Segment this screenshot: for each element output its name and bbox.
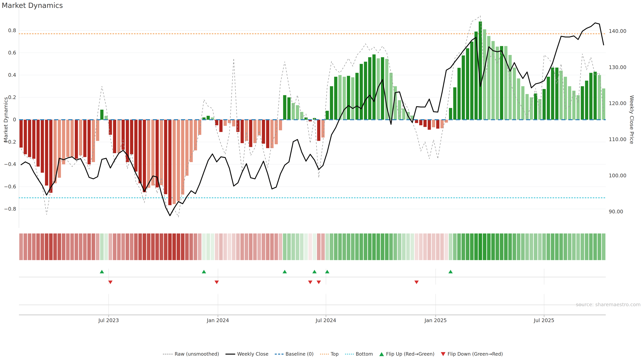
- heatmap-cell: [585, 233, 588, 260]
- heatmap-cell: [40, 233, 44, 260]
- heatmap-cell: [287, 233, 291, 260]
- dynamics-bar: [585, 81, 588, 120]
- right-axis-title-text: Weekly Close Price: [629, 95, 635, 144]
- heatmap-cell: [462, 233, 465, 260]
- heatmap-cell: [512, 233, 516, 260]
- legend-label: Top: [331, 351, 338, 357]
- heatmap-cell: [206, 233, 210, 260]
- heatmap-cell: [521, 233, 524, 260]
- dash-gray-icon: [163, 354, 172, 355]
- dynamics-bar: [41, 120, 44, 173]
- x-tick-label: Jul 2023: [98, 318, 119, 323]
- dynamics-bar: [270, 120, 274, 148]
- heatmap-cell: [534, 233, 537, 260]
- left-tick-label: 0: [13, 117, 16, 122]
- heatmap-cell: [381, 233, 384, 260]
- dynamics-bar: [551, 67, 554, 120]
- heatmap-cell: [428, 233, 431, 260]
- dynamics-bar: [492, 41, 495, 120]
- heatmap-cell: [283, 233, 286, 260]
- chart-canvas: 0.80.60.40.20−0.2−0.4−0.6−0.8140.00130.0…: [0, 0, 644, 362]
- dynamics-bar: [49, 120, 52, 193]
- heatmap-cell: [79, 233, 82, 260]
- dynamics-bar: [245, 120, 248, 141]
- heatmap-cell: [525, 233, 529, 260]
- left-tick-label: 0.4: [8, 72, 16, 78]
- heatmap-cell: [555, 233, 559, 260]
- heatmap-cell: [45, 233, 48, 260]
- heatmap-cell: [202, 233, 206, 260]
- heatmap-cell: [258, 233, 261, 260]
- dynamics-bar: [534, 93, 537, 120]
- flip-down-marker: [308, 281, 312, 284]
- right-tick-label: 120.00: [609, 100, 626, 106]
- heatmap-cell: [83, 233, 86, 260]
- dynamics-bar: [79, 120, 82, 155]
- dynamics-bar: [526, 94, 528, 120]
- source-note: source: sharemaestro.com: [576, 302, 641, 307]
- flip-down-marker: [317, 281, 321, 284]
- left-tick-label: 0.8: [8, 27, 16, 33]
- dynamics-bar: [424, 120, 427, 127]
- dynamics-bar: [594, 72, 597, 120]
- heatmap-cell: [28, 233, 31, 260]
- heatmap-cell: [122, 233, 125, 260]
- heatmap-cell: [402, 233, 406, 260]
- dynamics-bar: [360, 64, 363, 120]
- dynamics-bar: [164, 120, 167, 194]
- flip-up-marker: [202, 270, 206, 273]
- heatmap-cell: [176, 233, 180, 260]
- dynamics-bar: [224, 120, 227, 126]
- right-axis-ticks: 140.00130.00120.00110.00100.0090.00: [609, 28, 626, 215]
- dynamics-bar: [402, 109, 405, 120]
- heatmap-cell: [317, 233, 320, 260]
- heatmap-cell: [410, 233, 414, 260]
- dot-teal-icon: [345, 354, 354, 355]
- heatmap-cell: [546, 233, 550, 260]
- heatmap-cell: [449, 233, 452, 260]
- market-dynamics-figure: 0.80.60.40.20−0.2−0.4−0.6−0.8140.00130.0…: [0, 0, 644, 362]
- page-title: Market Dynamics: [2, 1, 63, 9]
- dynamics-bar: [58, 120, 61, 178]
- heatmap-cell: [70, 233, 74, 260]
- heatmap-cell: [436, 233, 440, 260]
- legend-label: Flip Down (Green→Red): [448, 351, 503, 357]
- left-axis-title-text: Market Dynamics: [3, 97, 9, 142]
- heatmap-cell: [304, 233, 308, 260]
- heatmap-cell: [219, 233, 223, 260]
- dynamics-bar: [147, 120, 150, 188]
- dynamics-bar: [279, 120, 282, 130]
- heatmap-cell: [334, 233, 338, 260]
- heatmap-cell: [66, 233, 70, 260]
- dynamics-bar: [185, 120, 188, 176]
- heatmap-cell: [559, 233, 563, 260]
- x-tick-label: Jul 2025: [534, 318, 554, 323]
- legend-item-raw: Raw (unsmoothed): [163, 351, 219, 357]
- dynamics-bar: [470, 41, 474, 120]
- dynamics-bar: [576, 95, 580, 120]
- dynamics-bar: [500, 46, 503, 120]
- heatmap-cell: [108, 233, 112, 260]
- dynamics-bar: [24, 120, 27, 154]
- flip-down-marker: [214, 281, 219, 284]
- legend-item-flip-up: Flip Up (Red→Green): [379, 351, 434, 357]
- right-tick-label: 110.00: [609, 136, 626, 142]
- heatmap-cell: [551, 233, 554, 260]
- right-tick-label: 130.00: [609, 64, 626, 70]
- dynamics-bar: [326, 111, 329, 120]
- dynamics-bar: [547, 77, 550, 120]
- flip-down-marker: [108, 281, 112, 284]
- heatmap-cell: [508, 233, 512, 260]
- heatmap-cell: [253, 233, 257, 260]
- flip-down-marker: [414, 281, 419, 284]
- dynamics-bar: [254, 120, 256, 143]
- dynamics-bar: [521, 86, 524, 120]
- x-tick-label: Jan 2024: [206, 318, 229, 323]
- heatmap-cell: [423, 233, 427, 260]
- heatmap-cell: [300, 233, 304, 260]
- dynamics-bar: [560, 70, 563, 120]
- heatmap-cell: [19, 233, 23, 260]
- heatmap-cell: [466, 233, 469, 260]
- heatmap-cell: [568, 233, 572, 260]
- dynamics-bar: [436, 120, 440, 129]
